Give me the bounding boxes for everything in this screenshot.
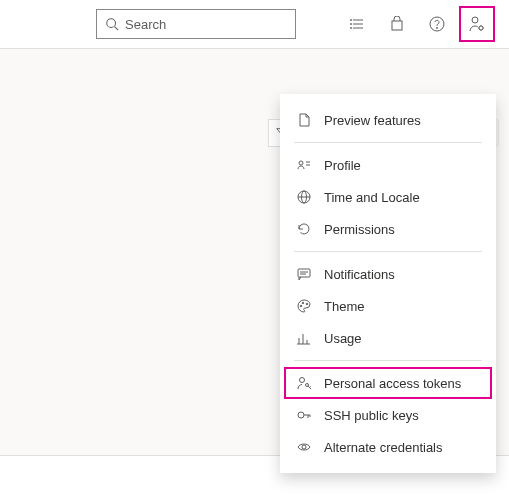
- svg-point-7: [351, 28, 352, 29]
- menu-item-profile[interactable]: Profile: [280, 149, 496, 181]
- menu-item-preview-features[interactable]: Preview features: [280, 104, 496, 136]
- svg-point-22: [300, 305, 302, 307]
- help-icon[interactable]: [419, 6, 455, 42]
- menu-label: Preview features: [324, 113, 421, 128]
- svg-point-6: [351, 24, 352, 25]
- svg-point-24: [306, 303, 308, 305]
- user-key-icon: [296, 375, 312, 391]
- content-area: Preview features Profile Time and Locale…: [0, 48, 509, 456]
- palette-icon: [296, 298, 312, 314]
- menu-item-usage[interactable]: Usage: [280, 322, 496, 354]
- menu-label: Notifications: [324, 267, 395, 282]
- chat-icon: [296, 266, 312, 282]
- menu-label: Profile: [324, 158, 361, 173]
- toolbar-icons: [339, 6, 495, 42]
- svg-point-5: [351, 20, 352, 21]
- svg-point-31: [298, 412, 304, 418]
- menu-item-ssh-keys[interactable]: SSH public keys: [280, 399, 496, 431]
- menu-label: Permissions: [324, 222, 395, 237]
- user-settings-icon[interactable]: [459, 6, 495, 42]
- menu-item-time-locale[interactable]: Time and Locale: [280, 181, 496, 213]
- svg-rect-19: [298, 269, 310, 277]
- refresh-icon: [296, 221, 312, 237]
- menu-item-alternate-credentials[interactable]: Alternate credentials: [280, 431, 496, 463]
- top-toolbar: [0, 0, 509, 48]
- profile-card-icon: [296, 157, 312, 173]
- svg-rect-8: [392, 21, 402, 30]
- search-icon: [105, 17, 119, 31]
- svg-point-13: [299, 161, 303, 165]
- menu-label: SSH public keys: [324, 408, 419, 423]
- svg-point-10: [437, 28, 438, 29]
- menu-label: Usage: [324, 331, 362, 346]
- list-icon[interactable]: [339, 6, 375, 42]
- svg-line-1: [115, 27, 119, 31]
- svg-point-35: [302, 445, 306, 449]
- bar-chart-icon: [296, 330, 312, 346]
- menu-separator: [294, 142, 482, 143]
- menu-item-notifications[interactable]: Notifications: [280, 258, 496, 290]
- document-icon: [296, 112, 312, 128]
- menu-item-permissions[interactable]: Permissions: [280, 213, 496, 245]
- menu-label: Alternate credentials: [324, 440, 443, 455]
- menu-item-personal-access-tokens[interactable]: Personal access tokens: [284, 367, 492, 399]
- svg-point-0: [107, 19, 116, 28]
- svg-point-29: [300, 378, 305, 383]
- eye-icon: [296, 439, 312, 455]
- key-icon: [296, 407, 312, 423]
- search-input[interactable]: [125, 17, 293, 32]
- menu-label: Theme: [324, 299, 364, 314]
- menu-label: Personal access tokens: [324, 376, 461, 391]
- search-box[interactable]: [96, 9, 296, 39]
- menu-separator: [294, 251, 482, 252]
- svg-point-23: [302, 302, 304, 304]
- globe-icon: [296, 189, 312, 205]
- shopping-bag-icon[interactable]: [379, 6, 415, 42]
- menu-separator: [294, 360, 482, 361]
- user-settings-menu: Preview features Profile Time and Locale…: [280, 94, 496, 473]
- menu-label: Time and Locale: [324, 190, 420, 205]
- svg-point-11: [472, 17, 478, 23]
- menu-item-theme[interactable]: Theme: [280, 290, 496, 322]
